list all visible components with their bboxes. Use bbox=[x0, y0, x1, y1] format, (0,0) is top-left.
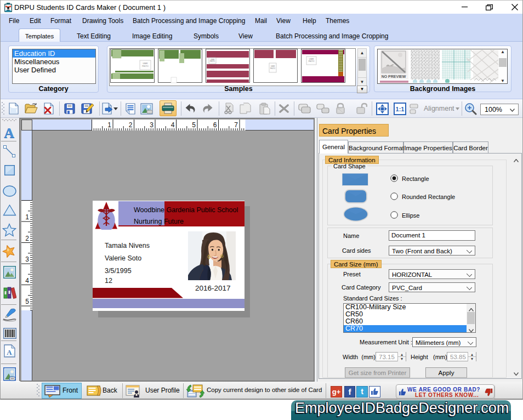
svg-text:1:1: 1:1 bbox=[396, 106, 405, 112]
svg-text:1: 1 bbox=[25, 213, 29, 221]
svg-text:4: 4 bbox=[171, 121, 175, 129]
svg-text:PHOTO: PHOTO bbox=[309, 60, 315, 63]
svg-text:USER: USER bbox=[143, 63, 149, 65]
svg-text:USER: USER bbox=[211, 59, 214, 61]
svg-text:PHOTO: PHOTO bbox=[270, 67, 275, 70]
svg-text:NO PREVIEW: NO PREVIEW bbox=[382, 75, 406, 78]
svg-text:2: 2 bbox=[25, 235, 29, 242]
svg-text:2: 2 bbox=[129, 121, 133, 129]
svg-text:1: 1 bbox=[107, 121, 111, 129]
svg-text:5: 5 bbox=[25, 298, 29, 305]
svg-text:USER: USER bbox=[271, 65, 275, 67]
svg-text:4: 4 bbox=[25, 277, 29, 285]
svg-text:5: 5 bbox=[192, 121, 196, 129]
svg-text:3: 3 bbox=[150, 121, 154, 129]
svg-text:7: 7 bbox=[234, 121, 238, 129]
svg-text:3: 3 bbox=[25, 256, 29, 263]
svg-text:PHOTO: PHOTO bbox=[210, 60, 215, 63]
svg-text:6: 6 bbox=[213, 121, 217, 129]
svg-text:PHOTO: PHOTO bbox=[142, 65, 149, 67]
